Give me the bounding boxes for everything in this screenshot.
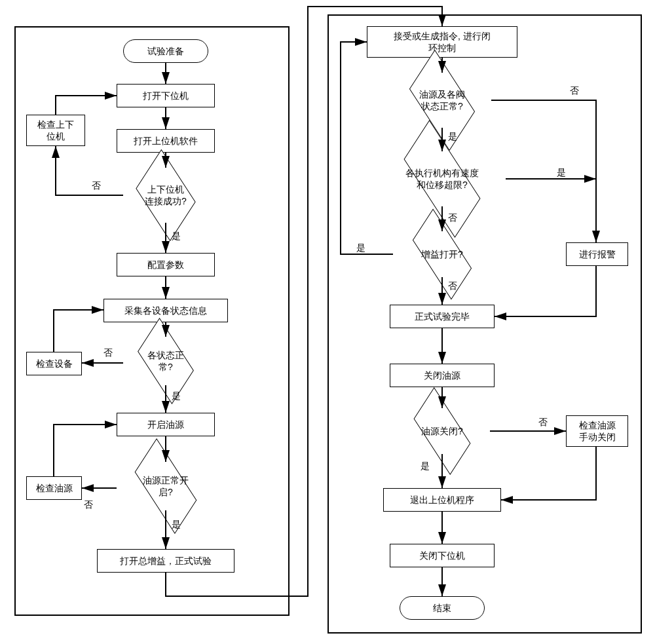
p6-text: 打开总增益，正式试验 bbox=[120, 555, 212, 567]
d7-yes-label: 是 bbox=[421, 461, 430, 472]
p2-text: 打开上位机软件 bbox=[134, 135, 198, 147]
d2-decision: 各状态正常? bbox=[135, 341, 196, 381]
d1-text: 上下位机 连接成功? bbox=[145, 183, 187, 207]
d7-decision: 油源关闭? bbox=[409, 413, 475, 449]
d6-yes-label: 是 bbox=[356, 242, 365, 254]
p10-text: 退出上位机程序 bbox=[410, 494, 474, 506]
p4-process: 采集各设备状态信息 bbox=[103, 299, 228, 322]
p11-process: 关闭下位机 bbox=[390, 544, 495, 567]
p3-text: 配置参数 bbox=[147, 259, 184, 271]
p7-text: 接受或生成指令, 进行闭 环控制 bbox=[394, 30, 491, 54]
end-text: 结束 bbox=[433, 602, 451, 614]
a1-process: 检查上下 位机 bbox=[26, 115, 85, 146]
d6-no-label: 否 bbox=[448, 280, 457, 292]
d6-decision: 增益打开? bbox=[407, 236, 477, 273]
d5-decision: 各执行机构有速度 和位移超限? bbox=[396, 156, 488, 202]
p9-text: 关闭油源 bbox=[424, 369, 460, 381]
d4-decision: 油源及各阀 状态正常? bbox=[406, 77, 478, 123]
a5-process: 检查油源 手动关闭 bbox=[566, 415, 628, 447]
d3-text: 油源正常开启? bbox=[140, 474, 191, 498]
p8-text: 正式试验完毕 bbox=[415, 311, 470, 322]
d7-no-label: 否 bbox=[538, 417, 548, 428]
a5-text: 检查油源 手动关闭 bbox=[579, 419, 616, 443]
p1-process: 打开下位机 bbox=[117, 84, 215, 107]
p10-process: 退出上位机程序 bbox=[383, 488, 501, 512]
p8-process: 正式试验完毕 bbox=[390, 305, 495, 328]
a3-process: 检查油源 bbox=[26, 476, 82, 500]
d7-text: 油源关闭? bbox=[421, 425, 463, 437]
d5-text: 各执行机构有速度 和位移超限? bbox=[405, 167, 479, 191]
p2-process: 打开上位机软件 bbox=[117, 129, 215, 153]
d4-text: 油源及各阀 状态正常? bbox=[419, 88, 465, 112]
a4-text: 进行报警 bbox=[579, 248, 616, 260]
d3-no-label: 否 bbox=[84, 499, 93, 511]
d4-no-label: 否 bbox=[570, 85, 579, 97]
d3-yes-label: 是 bbox=[172, 519, 181, 531]
d5-no-label: 否 bbox=[448, 212, 457, 224]
p3-process: 配置参数 bbox=[117, 253, 215, 276]
a4-process: 进行报警 bbox=[566, 242, 628, 266]
p6-process: 打开总增益，正式试验 bbox=[97, 549, 234, 573]
p7-process: 接受或生成指令, 进行闭 环控制 bbox=[367, 26, 517, 58]
a1-text: 检查上下 位机 bbox=[37, 119, 74, 142]
p4-text: 采集各设备状态信息 bbox=[124, 305, 207, 316]
d1-no-label: 否 bbox=[92, 180, 101, 192]
p5-process: 开启油源 bbox=[117, 413, 215, 436]
d2-no-label: 否 bbox=[103, 347, 113, 359]
d3-decision: 油源正常开启? bbox=[130, 466, 202, 506]
start-terminator: 试验准备 bbox=[123, 39, 208, 63]
a2-text: 检查设备 bbox=[36, 358, 73, 369]
d2-text: 各状态正常? bbox=[145, 349, 186, 373]
a3-text: 检查油源 bbox=[36, 482, 73, 494]
d6-text: 增益打开? bbox=[421, 248, 463, 260]
end-terminator: 结束 bbox=[400, 596, 485, 620]
start-text: 试验准备 bbox=[147, 45, 184, 57]
p9-process: 关闭油源 bbox=[390, 364, 495, 387]
d2-yes-label: 是 bbox=[172, 390, 181, 402]
d1-yes-label: 是 bbox=[172, 231, 181, 242]
p1-text: 打开下位机 bbox=[143, 90, 189, 102]
d5-yes-label: 是 bbox=[557, 167, 566, 179]
d1-decision: 上下位机 连接成功? bbox=[135, 172, 196, 218]
p11-text: 关闭下位机 bbox=[419, 550, 465, 561]
d4-yes-label: 是 bbox=[448, 131, 457, 143]
a2-process: 检查设备 bbox=[26, 352, 82, 375]
p5-text: 开启油源 bbox=[147, 419, 184, 430]
